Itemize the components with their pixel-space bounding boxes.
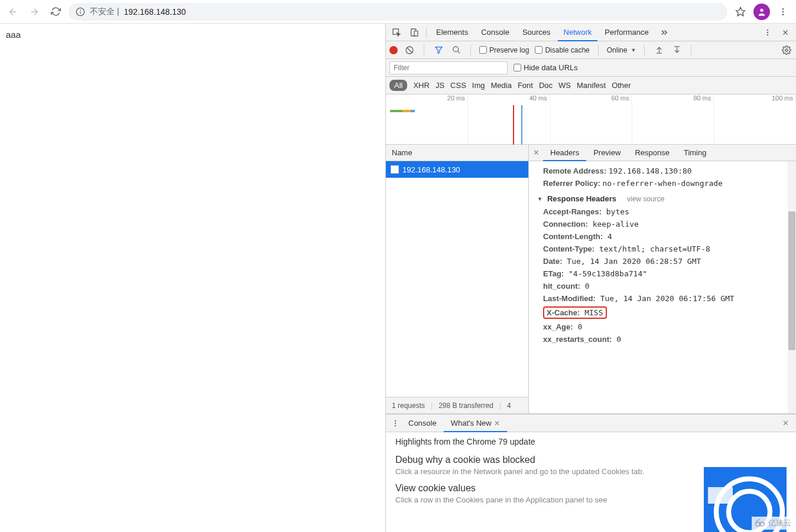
svg-point-7 <box>782 14 784 15</box>
detail-tab-preview[interactable]: Preview <box>586 145 628 161</box>
drawer-menu-icon[interactable] <box>389 419 401 427</box>
header-key: Connection: <box>543 220 588 229</box>
scrollbar[interactable] <box>788 161 796 413</box>
url-insecure-label: 不安全 | <box>90 6 119 17</box>
remote-address-label: Remote Address: <box>543 167 606 175</box>
header-value: Tue, 14 Jan 2020 06:28:57 GMT <box>563 257 701 266</box>
export-har-icon[interactable] <box>671 44 683 56</box>
drawer-body[interactable]: Highlights from the Chrome 79 update Deb… <box>386 432 796 532</box>
address-bar[interactable]: 不安全 | 192.168.148.130 <box>69 3 727 21</box>
header-value: bytes <box>602 207 629 216</box>
header-value: 0 <box>573 322 583 331</box>
disable-cache-checkbox[interactable]: Disable cache <box>535 46 589 54</box>
header-row: X-Cache: MISS <box>543 305 796 321</box>
scrollbar-thumb[interactable] <box>788 211 795 350</box>
back-button[interactable] <box>5 4 21 20</box>
type-filter-xhr[interactable]: XHR <box>413 81 429 90</box>
clear-icon[interactable] <box>404 44 415 56</box>
filter-icon[interactable] <box>433 44 444 56</box>
tab-performance[interactable]: Performance <box>599 24 654 41</box>
page-viewport: aaa <box>0 24 385 532</box>
tab-network[interactable]: Network <box>558 24 598 41</box>
header-row: xx_restarts_count: 0 <box>543 333 796 345</box>
watermark: 亿速云 <box>752 517 794 530</box>
type-filter-img[interactable]: Img <box>472 81 485 90</box>
tab-elements[interactable]: Elements <box>430 24 474 41</box>
devtools-close-icon[interactable] <box>777 24 794 41</box>
timeline-tick: 100 ms <box>714 94 796 105</box>
header-value: 4 <box>603 232 612 241</box>
tab-sources[interactable]: Sources <box>516 24 557 41</box>
bookmark-star-icon[interactable] <box>732 4 749 20</box>
devtools-panel: Elements Console Sources Network Perform… <box>385 24 796 532</box>
triangle-down-icon: ▼ <box>537 196 542 202</box>
header-value: "4-59c138d8ba714" <box>564 269 647 278</box>
detail-tabbar: ✕ Headers Preview Response Timing <box>529 145 796 161</box>
svg-point-13 <box>767 34 768 35</box>
request-name: 192.168.148.130 <box>402 165 460 174</box>
network-timeline[interactable]: 20 ms 40 ms 60 ms 80 ms 100 ms <box>386 94 796 145</box>
header-row: ETag: "4-59c138d8ba714" <box>543 267 796 280</box>
forward-button[interactable] <box>26 4 43 20</box>
detail-tab-response[interactable]: Response <box>628 145 677 161</box>
filter-input[interactable] <box>389 61 508 74</box>
document-icon <box>391 165 399 174</box>
view-source-link[interactable]: view source <box>627 195 664 203</box>
network-type-filters: All XHR JS CSS Img Media Font Doc WS Man… <box>386 77 796 94</box>
settings-gear-icon[interactable] <box>781 44 792 56</box>
close-tab-icon[interactable]: ✕ <box>494 419 500 427</box>
type-filter-manifest[interactable]: Manifest <box>577 81 606 90</box>
header-value: text/html; charset=UTF-8 <box>594 244 710 253</box>
header-value: keep-alive <box>588 220 639 229</box>
separator <box>470 45 471 56</box>
whatsnew-item1-desc: Click a resource in the Network panel an… <box>395 466 655 477</box>
header-row: Content-Length: 4 <box>543 230 796 243</box>
devtools-menu-icon[interactable] <box>759 24 776 41</box>
svg-point-4 <box>760 8 763 11</box>
header-key: Date: <box>543 257 563 266</box>
detail-tab-headers[interactable]: Headers <box>543 145 586 161</box>
search-icon[interactable] <box>450 44 462 56</box>
record-button[interactable] <box>389 46 398 54</box>
inspect-element-icon[interactable] <box>388 24 405 41</box>
separator <box>598 45 599 56</box>
browser-menu-icon[interactable] <box>775 4 791 20</box>
header-row: Connection: keep-alive <box>543 218 796 230</box>
detail-tab-timing[interactable]: Timing <box>677 145 714 161</box>
type-filter-doc[interactable]: Doc <box>539 81 553 90</box>
detail-body[interactable]: Remote Address: 192.168.148.130:80 Refer… <box>529 161 796 413</box>
import-har-icon[interactable] <box>653 44 665 56</box>
type-filter-js[interactable]: JS <box>436 81 444 90</box>
svg-point-11 <box>767 29 768 30</box>
svg-point-5 <box>782 8 784 10</box>
device-toggle-icon[interactable] <box>406 24 423 41</box>
close-detail-icon[interactable]: ✕ <box>529 148 543 157</box>
hide-data-urls-checkbox[interactable]: Hide data URLs <box>514 63 578 72</box>
header-key: Content-Length: <box>543 232 603 241</box>
url-host: 192.168.148.130 <box>124 7 186 17</box>
request-list-header[interactable]: Name <box>386 145 528 161</box>
drawer-tab-whatsnew[interactable]: What's New✕ <box>444 414 507 432</box>
type-filter-css[interactable]: CSS <box>450 81 466 90</box>
type-filter-all[interactable]: All <box>389 80 407 91</box>
svg-point-15 <box>453 47 458 52</box>
more-tabs-icon[interactable] <box>656 24 672 41</box>
profile-avatar[interactable] <box>753 4 770 20</box>
drawer-close-icon[interactable]: ✕ <box>778 419 792 427</box>
footer-extra: 4 <box>507 402 511 410</box>
type-filter-ws[interactable]: WS <box>558 81 571 90</box>
drawer-tab-console[interactable]: Console <box>401 414 444 432</box>
header-key: X-Cache: <box>547 308 580 317</box>
preserve-log-checkbox[interactable]: Preserve log <box>479 46 529 54</box>
header-value: 0 <box>612 335 621 344</box>
type-filter-other[interactable]: Other <box>612 81 631 90</box>
reload-button[interactable] <box>47 4 64 20</box>
type-filter-media[interactable]: Media <box>490 81 511 90</box>
throttling-select[interactable]: Online ▼ <box>607 46 636 54</box>
response-headers-section[interactable]: ▼ Response Headers view source <box>537 190 796 205</box>
tab-console[interactable]: Console <box>475 24 515 41</box>
timeline-tick: 60 ms <box>550 94 632 105</box>
header-value: Tue, 14 Jan 2020 06:17:56 GMT <box>596 294 735 303</box>
request-row[interactable]: 192.168.148.130 <box>386 161 528 178</box>
type-filter-font[interactable]: Font <box>518 81 533 90</box>
